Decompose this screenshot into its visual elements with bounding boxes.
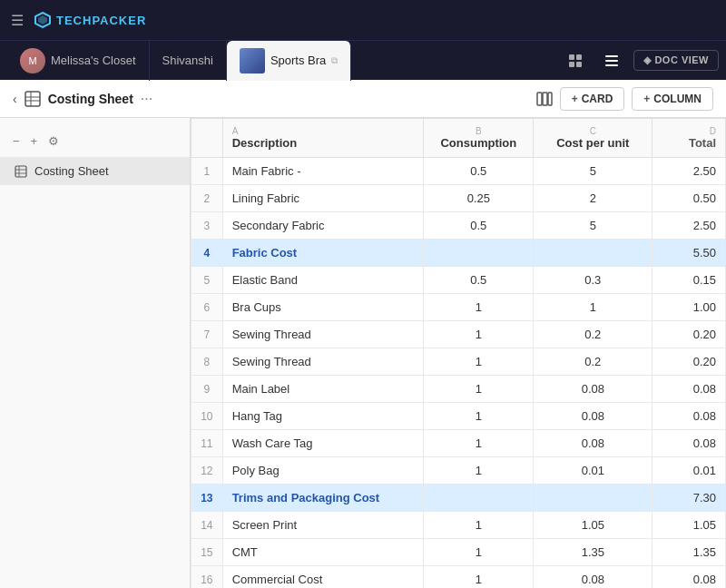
tab-brand[interactable]: Shivanshi [150,41,227,81]
list-view-btn[interactable] [597,50,626,72]
row-description[interactable]: Secondary Fabric [222,212,424,240]
row-total[interactable]: 1.05 [652,512,726,539]
table-row[interactable]: 2Lining Fabric0.2520.50 [191,185,726,212]
row-total[interactable]: 0.50 [652,185,726,212]
table-row[interactable]: 5Elastic Band0.50.30.15 [191,267,726,294]
row-total[interactable]: 1.35 [652,539,726,566]
table-row[interactable]: 7Sewing Thread10.20.20 [191,321,726,348]
tab-user[interactable]: M Melissa's Closet [7,41,150,81]
row-description[interactable]: Wash Care Tag [222,430,424,457]
sidebar-item-costing-sheet[interactable]: Costing Sheet [0,157,190,185]
sidebar-plus-btn[interactable]: + [27,132,42,150]
table-row[interactable]: 16Commercial Cost10.080.08 [191,566,726,589]
row-consumption[interactable]: 1 [424,457,534,485]
row-description[interactable]: Sewing Thread [222,348,424,376]
row-total[interactable]: 0.08 [652,430,726,457]
row-description[interactable]: Sewing Thread [222,321,424,348]
row-consumption[interactable]: 1 [424,539,534,566]
add-column-btn[interactable]: + COLUMN [632,87,713,111]
row-cost-per-unit[interactable]: 0.08 [534,566,652,589]
row-cost-per-unit[interactable]: 1.35 [534,539,652,566]
row-consumption[interactable]: 1 [424,294,534,321]
row-total[interactable]: 7.30 [652,485,726,512]
row-consumption[interactable]: 0.5 [424,267,534,294]
row-total[interactable]: 0.15 [652,267,726,294]
row-total[interactable]: 0.01 [652,457,726,485]
row-consumption[interactable]: 0.5 [424,212,534,240]
row-total[interactable]: 0.20 [652,348,726,376]
row-description[interactable]: Fabric Cost [222,240,424,267]
row-cost-per-unit[interactable] [534,240,652,267]
hamburger-icon[interactable]: ☰ [11,12,24,29]
row-cost-per-unit[interactable]: 5 [534,212,652,240]
row-cost-per-unit[interactable]: 0.08 [534,430,652,457]
row-description[interactable]: CMT [222,539,424,566]
tab-user-label: Melissa's Closet [51,54,136,67]
row-description[interactable]: Lining Fabric [222,185,424,212]
row-cost-per-unit[interactable]: 0.08 [534,376,652,403]
row-cost-per-unit[interactable]: 0.2 [534,321,652,348]
doc-view-icon: ◈ [643,54,652,65]
row-consumption[interactable]: 0.5 [424,158,534,185]
row-description[interactable]: Commercial Cost [222,566,424,589]
table-row[interactable]: 9Main Label10.080.08 [191,376,726,403]
row-total[interactable]: 1.00 [652,294,726,321]
row-cost-per-unit[interactable]: 0.01 [534,457,652,485]
row-cost-per-unit[interactable]: 1 [534,294,652,321]
doc-view-btn[interactable]: ◈ DOC VIEW [633,50,719,71]
table-row[interactable]: 13Trims and Packaging Cost7.30 [191,485,726,512]
row-description[interactable]: Hang Tag [222,403,424,430]
row-total[interactable]: 0.08 [652,376,726,403]
row-total[interactable]: 0.08 [652,403,726,430]
table-row[interactable]: 15CMT11.351.35 [191,539,726,566]
row-description[interactable]: Bra Cups [222,294,424,321]
row-consumption[interactable]: 0.25 [424,185,534,212]
table-row[interactable]: 3Secondary Fabric0.552.50 [191,212,726,240]
table-row[interactable]: 8Sewing Thread10.20.20 [191,348,726,376]
table-area[interactable]: A Description B Consumption C Cost per u… [191,118,726,588]
row-cost-per-unit[interactable]: 5 [534,158,652,185]
row-cost-per-unit[interactable] [534,485,652,512]
table-row[interactable]: 14Screen Print11.051.05 [191,512,726,539]
row-description[interactable]: Main Fabric - [222,158,424,185]
row-consumption[interactable]: 1 [424,566,534,589]
columns-view-icon[interactable] [536,91,553,107]
toolbar-more-btn[interactable]: ··· [141,91,152,107]
external-link-icon[interactable]: ⧉ [331,55,338,66]
row-consumption[interactable]: 1 [424,512,534,539]
sidebar-gear-btn[interactable]: ⚙ [44,132,63,150]
row-description[interactable]: Elastic Band [222,267,424,294]
row-consumption[interactable]: 1 [424,321,534,348]
tab-product[interactable]: Sports Bra ⧉ [227,41,351,81]
row-consumption[interactable]: 1 [424,430,534,457]
row-total[interactable]: 2.50 [652,158,726,185]
sidebar-minus-btn[interactable]: − [9,132,24,150]
row-cost-per-unit[interactable]: 0.2 [534,348,652,376]
row-total[interactable]: 0.20 [652,321,726,348]
table-row[interactable]: 10Hang Tag10.080.08 [191,403,726,430]
row-total[interactable]: 0.08 [652,566,726,589]
row-description[interactable]: Trims and Packaging Cost [222,485,424,512]
row-cost-per-unit[interactable]: 2 [534,185,652,212]
toolbar-chevron-icon[interactable]: ‹ [13,92,17,106]
row-description[interactable]: Main Label [222,376,424,403]
row-description[interactable]: Screen Print [222,512,424,539]
row-cost-per-unit[interactable]: 1.05 [534,512,652,539]
row-total[interactable]: 2.50 [652,212,726,240]
row-cost-per-unit[interactable]: 0.3 [534,267,652,294]
row-consumption[interactable]: 1 [424,376,534,403]
grid-view-btn[interactable] [561,50,590,72]
table-row[interactable]: 6Bra Cups111.00 [191,294,726,321]
row-consumption[interactable] [424,240,534,267]
row-description[interactable]: Poly Bag [222,457,424,485]
row-total[interactable]: 5.50 [652,240,726,267]
table-row[interactable]: 4Fabric Cost5.50 [191,240,726,267]
row-consumption[interactable] [424,485,534,512]
row-consumption[interactable]: 1 [424,403,534,430]
table-row[interactable]: 11Wash Care Tag10.080.08 [191,430,726,457]
row-cost-per-unit[interactable]: 0.08 [534,403,652,430]
row-consumption[interactable]: 1 [424,348,534,376]
add-card-btn[interactable]: + CARD [560,87,625,111]
table-row[interactable]: 12Poly Bag10.010.01 [191,457,726,485]
table-row[interactable]: 1Main Fabric -0.552.50 [191,158,726,185]
